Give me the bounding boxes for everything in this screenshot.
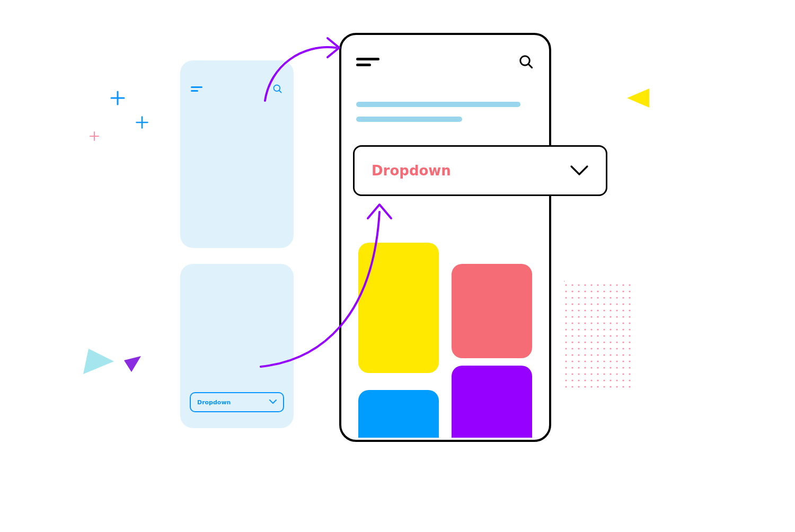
svg-point-55 (629, 309, 630, 311)
card-coral[interactable] (452, 264, 532, 358)
svg-point-80 (578, 329, 579, 330)
svg-point-167 (571, 379, 573, 381)
triangle-yellow-icon (627, 88, 649, 108)
triangle-cyan-icon (83, 349, 114, 374)
svg-point-19 (610, 290, 611, 292)
arrow-top-icon (260, 34, 344, 103)
svg-point-169 (584, 379, 586, 381)
svg-point-72 (597, 322, 598, 324)
svg-point-61 (597, 316, 598, 317)
svg-point-159 (590, 373, 592, 375)
svg-point-132 (629, 354, 630, 356)
chevron-down-icon (570, 165, 589, 176)
svg-point-71 (590, 322, 592, 324)
svg-point-88 (629, 329, 630, 330)
svg-point-10 (622, 284, 624, 286)
svg-point-116 (597, 348, 598, 349)
svg-point-125 (584, 354, 586, 356)
svg-point-29 (603, 297, 605, 298)
svg-point-150 (603, 367, 605, 368)
svg-point-107 (610, 341, 611, 343)
svg-point-180 (584, 386, 586, 387)
svg-point-97 (616, 335, 617, 336)
svg-point-58 (578, 316, 579, 317)
svg-point-121 (629, 348, 630, 349)
svg-point-27 (590, 297, 592, 298)
svg-point-86 (616, 329, 617, 330)
svg-point-91 (578, 335, 579, 336)
svg-point-81 (584, 329, 586, 330)
dot-grid-icon (564, 283, 633, 393)
svg-point-32 (622, 297, 624, 298)
svg-point-181 (590, 386, 592, 387)
svg-point-117 (603, 348, 605, 349)
svg-point-185 (616, 386, 617, 387)
menu-icon[interactable] (356, 58, 379, 66)
svg-point-154 (629, 367, 630, 368)
svg-point-48 (584, 309, 586, 311)
svg-point-106 (603, 341, 605, 343)
svg-point-34 (565, 303, 567, 305)
svg-point-18 (603, 290, 605, 292)
svg-point-137 (590, 360, 592, 362)
svg-point-175 (622, 379, 624, 381)
svg-point-37 (584, 303, 586, 305)
svg-point-160 (597, 373, 598, 375)
svg-point-134 (571, 360, 573, 362)
svg-point-50 (597, 309, 598, 311)
plus-icon-pink (89, 131, 100, 141)
svg-point-115 (590, 348, 592, 349)
menu-icon[interactable] (191, 86, 202, 92)
svg-point-168 (578, 379, 579, 381)
svg-point-1 (565, 284, 567, 286)
svg-point-90 (571, 335, 573, 336)
svg-point-105 (597, 341, 598, 343)
svg-point-128 (603, 354, 605, 356)
svg-point-136 (584, 360, 586, 362)
svg-point-179 (578, 386, 579, 387)
svg-point-28 (597, 297, 598, 298)
svg-point-123 (571, 354, 573, 356)
svg-point-156 (571, 373, 573, 375)
svg-point-11 (629, 284, 630, 286)
svg-point-138 (597, 360, 598, 362)
dropdown-small[interactable]: Dropdown (190, 392, 284, 412)
svg-point-127 (597, 354, 598, 356)
svg-point-56 (565, 316, 567, 317)
plus-icon-blue-1 (110, 90, 126, 106)
svg-point-135 (578, 360, 579, 362)
chevron-down-icon (269, 400, 277, 405)
triangle-purple-small-icon (124, 356, 141, 372)
svg-point-148 (590, 367, 592, 368)
svg-point-102 (578, 341, 579, 343)
svg-point-110 (629, 341, 630, 343)
dropdown-wide-label: Dropdown (372, 163, 451, 179)
svg-point-52 (610, 309, 611, 311)
dropdown-wide[interactable]: Dropdown (353, 145, 607, 196)
text-placeholder-lines (356, 102, 520, 122)
svg-point-14 (578, 290, 579, 292)
svg-point-109 (622, 341, 624, 343)
svg-point-77 (629, 322, 630, 324)
svg-point-62 (603, 316, 605, 317)
svg-point-126 (590, 354, 592, 356)
card-blue[interactable] (358, 390, 439, 438)
svg-point-83 (597, 329, 598, 330)
svg-point-104 (590, 341, 592, 343)
svg-point-59 (584, 316, 586, 317)
svg-point-140 (610, 360, 611, 362)
svg-point-24 (571, 297, 573, 298)
svg-point-100 (565, 341, 567, 343)
svg-point-4 (584, 284, 586, 286)
svg-point-69 (578, 322, 579, 324)
svg-point-92 (584, 335, 586, 336)
svg-point-15 (584, 290, 586, 292)
svg-point-166 (565, 379, 567, 381)
svg-point-141 (616, 360, 617, 362)
svg-point-31 (616, 297, 617, 298)
svg-point-75 (616, 322, 617, 324)
svg-point-41 (610, 303, 611, 305)
search-icon[interactable] (518, 54, 534, 70)
card-purple[interactable] (452, 366, 532, 438)
svg-point-108 (616, 341, 617, 343)
